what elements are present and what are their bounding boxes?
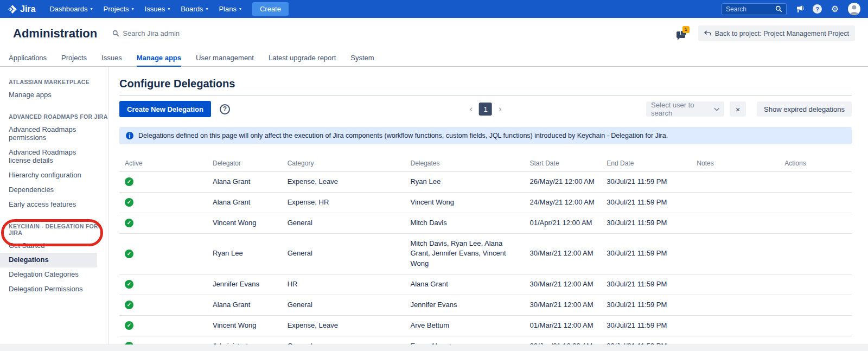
- configure-delegations-title: Configure Delegations: [119, 78, 852, 95]
- cell-delegator: Jennifer Evans: [207, 275, 282, 295]
- sidebar-item-manage-apps[interactable]: Manage apps: [9, 88, 100, 103]
- notifications-icon[interactable]: 1: [676, 28, 690, 40]
- column-header-delegates: Delegates: [405, 158, 524, 172]
- main-content: Configure Delegations Create New Delegat…: [108, 67, 868, 344]
- next-page-arrow[interactable]: ›: [499, 105, 501, 113]
- cell-end-date: 30/Jul/21 11:59 PM: [601, 315, 691, 336]
- sidebar-section-advanced-roadmaps-for-jira: ADVANCED ROADMAPS FOR JIRAAdvanced Roadm…: [9, 113, 108, 212]
- tab-user-management[interactable]: User management: [196, 49, 254, 66]
- tab-projects[interactable]: Projects: [61, 49, 87, 66]
- clear-filter-button[interactable]: ×: [730, 101, 746, 117]
- sidebar-section-atlassian-marketplace: ATLASSIAN MARKETPLACEManage apps: [9, 79, 108, 103]
- current-page-button[interactable]: 1: [479, 103, 492, 116]
- prev-page-arrow[interactable]: ‹: [470, 105, 473, 113]
- sidebar-section-header: KEYCHAIN - DELEGATION FOR JIRA: [9, 223, 108, 236]
- back-to-project-button[interactable]: Back to project: Project Management Proj…: [698, 25, 855, 41]
- topnav-item-boards[interactable]: Boards▾: [175, 0, 213, 18]
- cell-active: ✓: [119, 233, 207, 275]
- cell-category: Expense, Leave: [282, 172, 405, 193]
- topnav-item-dashboards[interactable]: Dashboards▾: [44, 0, 98, 18]
- table-row: ✓Vincent WongExpense, LeaveArve Bettum01…: [119, 315, 852, 336]
- topnav-item-issues[interactable]: Issues▾: [139, 0, 176, 18]
- show-expired-delegations-button[interactable]: Show expired delegations: [757, 101, 852, 117]
- sidebar-item-delegations[interactable]: Delegations: [0, 253, 97, 267]
- delegations-table: ActiveDelegatorCategoryDelegatesStart Da…: [119, 158, 852, 351]
- cell-delegates: Jennifer Evans: [405, 295, 524, 315]
- topnav-item-label: Issues: [145, 5, 165, 13]
- cell-delegator: Alana Grant: [207, 295, 282, 315]
- column-header-start-date: Start Date: [525, 158, 602, 172]
- cell-start-date: 26/May/21 12:00 AM: [525, 172, 602, 193]
- cell-end-date: 30/Jul/21 11:59 PM: [601, 192, 691, 213]
- sidebar-item-delegation-categories[interactable]: Delegation Categories: [9, 267, 100, 282]
- settings-gear-icon[interactable]: ⚙: [830, 4, 840, 14]
- page-title-administration: Administration: [13, 27, 97, 41]
- active-check-icon: ✓: [125, 280, 133, 289]
- tab-issues[interactable]: Issues: [101, 49, 122, 66]
- topnav-item-label: Dashboards: [49, 5, 87, 13]
- topnav-item-label: Boards: [181, 5, 203, 13]
- active-check-icon: ✓: [125, 250, 133, 258]
- cell-end-date: 30/Jul/21 11:59 PM: [601, 172, 691, 193]
- tab-system[interactable]: System: [350, 49, 374, 66]
- active-check-icon: ✓: [125, 198, 133, 207]
- cell-delegator: Vincent Wong: [207, 213, 282, 233]
- user-avatar[interactable]: [848, 3, 860, 15]
- active-check-icon: ✓: [125, 301, 133, 309]
- topnav-right: Search ? ⚙: [722, 3, 860, 15]
- jira-logo[interactable]: Jira: [8, 4, 35, 14]
- sidebar-item-delegation-permissions[interactable]: Delegation Permissions: [9, 282, 100, 297]
- search-icon: [112, 30, 119, 37]
- cell-delegates: Mitch Davis: [405, 213, 524, 233]
- sidebar-item-advanced-roadmaps-permissions[interactable]: Advanced Roadmaps permissions: [9, 123, 100, 145]
- topnav-item-projects[interactable]: Projects▾: [98, 0, 139, 18]
- cell-active: ✓: [119, 315, 207, 336]
- cell-category: Expense, HR: [282, 192, 405, 213]
- sidebar-item-get-started[interactable]: Get Started: [9, 239, 100, 253]
- create-button[interactable]: Create: [252, 2, 289, 16]
- announcements-icon[interactable]: [795, 4, 805, 14]
- sidebar-item-advanced-roadmaps-license-details[interactable]: Advanced Roadmaps license details: [9, 145, 100, 168]
- table-row: ✓Vincent WongGeneralMitch Davis01/Apr/21…: [119, 213, 852, 233]
- cell-start-date: 30/Mar/21 12:00 AM: [525, 295, 602, 315]
- jira-logo-icon: [8, 4, 17, 14]
- jira-logo-text: Jira: [20, 4, 35, 14]
- cell-actions: [779, 233, 852, 275]
- cell-notes: [691, 192, 779, 213]
- chevron-down-icon: ▾: [168, 7, 170, 11]
- topnav-item-plans[interactable]: Plans▾: [213, 0, 247, 18]
- sidebar-item-hierarchy-configuration[interactable]: Hierarchy configuration: [9, 168, 100, 183]
- cell-delegates: Arve Bettum: [405, 315, 524, 336]
- person-icon: [848, 3, 860, 15]
- cell-start-date: 24/May/21 12:00 AM: [525, 192, 602, 213]
- table-row: ✓Ryan LeeGeneralMitch Davis, Ryan Lee, A…: [119, 233, 852, 275]
- jira-admin-page: { "colors": { "nav_blue": "#1659C8", "ac…: [0, 0, 868, 351]
- sidebar-item-dependencies[interactable]: Dependencies: [9, 183, 100, 197]
- cell-end-date: 30/Jul/21 11:59 PM: [601, 213, 691, 233]
- chevron-down-icon: [714, 107, 719, 111]
- help-icon[interactable]: ?: [220, 104, 230, 114]
- tab-latest-upgrade-report[interactable]: Latest upgrade report: [269, 49, 336, 66]
- admin-search-input[interactable]: Search Jira admin: [112, 29, 180, 37]
- tab-applications[interactable]: Applications: [9, 49, 47, 66]
- select-user-dropdown[interactable]: Select user to search: [646, 101, 724, 117]
- cell-active: ✓: [119, 295, 207, 315]
- bottom-scrollbar-strip: [0, 344, 868, 351]
- cell-active: ✓: [119, 172, 207, 193]
- cell-start-date: 30/Mar/21 12:00 AM: [525, 275, 602, 295]
- tab-manage-apps[interactable]: Manage apps: [137, 49, 181, 66]
- info-banner: i Delegations defined on this page will …: [119, 127, 852, 144]
- back-to-project-label: Back to project: Project Management Proj…: [715, 30, 849, 37]
- create-new-delegation-button[interactable]: Create New Delegation: [119, 101, 211, 117]
- table-row: ✓Alana GrantExpense, LeaveRyan Lee26/May…: [119, 172, 852, 193]
- cell-active: ✓: [119, 192, 207, 213]
- help-menu-icon[interactable]: ?: [813, 4, 822, 14]
- chevron-down-icon: ▾: [91, 7, 93, 11]
- cell-actions: [779, 315, 852, 336]
- sidebar-item-early-access-features[interactable]: Early access features: [9, 197, 100, 212]
- global-search-input[interactable]: Search: [722, 3, 787, 15]
- admin-header-right: 1 Back to project: Project Management Pr…: [676, 25, 855, 41]
- admin-header: Administration Search Jira admin 1 Back …: [0, 18, 868, 49]
- column-header-end-date: End Date: [601, 158, 691, 172]
- topnav-item-label: Plans: [219, 5, 237, 13]
